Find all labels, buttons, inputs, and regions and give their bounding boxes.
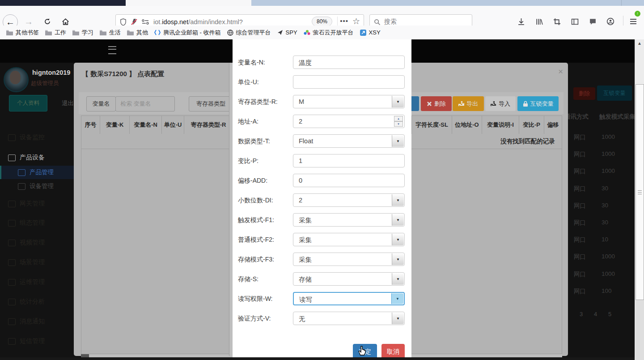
profile-button[interactable]: 个人资料 [9,95,47,111]
bg-page-3[interactable]: 3 [580,311,583,317]
scrollbar-thumb[interactable] [636,84,644,300]
step-down-icon[interactable]: ▼ [394,121,403,127]
sidebar-toggle-icon[interactable] [570,17,580,26]
chevron-down-icon[interactable]: ▼ [392,313,404,324]
number-stepper[interactable]: ▲▼ [394,116,403,127]
bookmark-item[interactable]: 其他书签 [6,29,39,37]
sidebar-item-5[interactable]: 网关管理 [8,197,45,210]
menu-icon[interactable] [628,17,638,26]
field-select-input[interactable]: 采集▼ [293,233,405,246]
bg-page-4[interactable]: 4 [594,311,597,317]
filter-field-button[interactable]: 变量名 [86,96,116,111]
field-select-input[interactable]: 读写▼ [293,292,405,305]
chevron-down-icon[interactable]: ▼ [392,135,404,147]
field-select-input[interactable]: 采集▼ [293,253,405,266]
chevron-down-icon[interactable]: ▼ [392,273,404,285]
menu-item-label: 运维管理 [20,278,45,286]
col-变量说明-I[interactable]: 变量说明-I [482,116,519,134]
sidebar-item-9[interactable]: 运维管理 [8,275,45,289]
field-select-input[interactable]: M▼ [293,95,405,108]
col-字符长度-SL[interactable]: 字符长度-SL [412,116,452,134]
col-变比-P[interactable]: 变比-P [519,116,544,134]
page-bottom-scroll-strip[interactable] [0,357,644,360]
step-up-icon[interactable]: ▲ [394,116,403,121]
bookmark-item[interactable]: 腾讯企业邮箱 - 收件箱 [154,29,221,37]
chevron-down-icon[interactable]: ▼ [391,293,403,304]
dialog-close-icon[interactable]: × [558,67,563,77]
titlebar-active-tab[interactable] [126,0,251,6]
sidebar-item-3[interactable]: 产品管理 [18,166,54,179]
page-actions-icon[interactable]: ••• [340,17,348,25]
url-text[interactable]: iot.idosp.net/admin/index.html? [153,18,243,26]
screenshot-icon[interactable] [552,17,562,26]
permissions-icon[interactable] [142,19,149,25]
col-偏移[interactable]: 偏移 [544,116,562,134]
sidebar-username: hignton2019 [32,69,70,76]
chevron-down-icon[interactable]: ▼ [392,194,404,206]
chevron-down-icon[interactable]: ▼ [392,96,404,107]
chevron-down-icon[interactable]: ▼ [392,214,404,226]
field-select-input[interactable]: 无▼ [293,312,405,325]
bg-delete-button[interactable]: 删除 [573,87,595,100]
bg-lock-button[interactable]: 互锁变量 [597,86,632,101]
filter-search-input[interactable]: 检索 变量名 [115,96,175,111]
col-序号[interactable]: 序号 [81,116,100,134]
dialog-hscroll-thumb[interactable] [81,354,89,357]
sidebar-item-8[interactable]: 场景管理 [8,256,45,269]
admin-hamburger-icon[interactable] [108,46,116,54]
field-select-input[interactable]: Float▼ [293,134,405,148]
bookmark-star-icon[interactable]: ☆ [352,16,360,26]
x-icon [427,101,432,107]
logout-link[interactable]: 退出 [62,99,74,107]
sidebar-item-12[interactable]: 短信管理 [8,334,45,348]
messages-icon[interactable] [588,17,597,26]
flash-blocked-icon[interactable] [131,18,138,26]
chevron-down-icon[interactable]: ▼ [392,234,404,245]
col-单位-U[interactable]: 单位-U [162,116,184,134]
import-button[interactable]: 导入 [485,96,516,111]
bookmark-item[interactable]: 其他 [127,29,148,37]
bg-page-5[interactable]: 5 [608,311,611,317]
sidebar-item-1[interactable]: 设备监控 [8,131,45,144]
x-button[interactable]: 删除 [421,96,452,111]
bookmark-item[interactable]: 生活 [100,29,121,37]
zoom-level-badge[interactable]: 80% [312,17,332,26]
sidebar-item-11[interactable]: 消息通知 [8,315,45,328]
col-位地址-O[interactable]: 位地址-O [452,116,482,134]
col-变量-K[interactable]: 变量-K [100,116,130,134]
shield-icon[interactable] [120,18,127,26]
lock-button[interactable]: 互锁变量 [517,96,559,111]
library-icon[interactable] [534,17,544,26]
field-text-input[interactable]: 1 [293,154,405,167]
download-icon[interactable] [516,17,526,26]
browser-scrollbar[interactable]: ▲ [635,39,644,360]
scrollbar-track-lower[interactable] [636,300,644,360]
sidebar-item-7[interactable]: 视频管理 [8,236,45,249]
field-text-input[interactable] [293,75,405,89]
col-寄存器类型-R[interactable]: 寄存器类型-R [184,116,233,134]
field-text-input[interactable]: 温度 [293,56,405,69]
field-select-input[interactable]: 采集▼ [293,213,405,227]
sidebar-item-4[interactable]: 设备管理 [18,180,54,193]
bookmark-item[interactable]: SPY [277,29,297,36]
chevron-down-icon[interactable]: ▼ [392,253,404,265]
sidebar-item-6[interactable]: 组态管理 [8,216,45,230]
bookmark-item[interactable]: 萤石云开放平台 [304,29,354,37]
account-icon[interactable] [606,17,615,26]
scrollbar-up-arrow[interactable]: ▲ [637,41,642,46]
field-text-input[interactable]: 0 [293,174,405,187]
field-select-input[interactable]: 存储▼ [293,272,405,286]
bookmark-item[interactable]: 学习 [72,29,93,37]
bookmark-item[interactable]: 工作 [45,29,66,37]
sidebar-item-10[interactable]: 统计分析 [8,295,45,309]
filter-register-button[interactable]: 寄存器类型 [189,96,233,111]
bookmark-item[interactable]: XSY [360,29,381,36]
export-button[interactable]: 导出 [453,96,484,111]
bg-cell-type: 网口 [574,236,586,244]
col-变量名-N[interactable]: 变量名-N [130,116,162,134]
bookmark-item[interactable]: 综合管理平台 [227,29,271,37]
field-select-input[interactable]: 2▼ [293,193,405,207]
titlebar-dark-tab[interactable] [0,0,126,6]
field-number-input[interactable]: 2▲▼ [293,115,405,128]
sidebar-item-2[interactable]: 产品设备 [8,151,45,164]
